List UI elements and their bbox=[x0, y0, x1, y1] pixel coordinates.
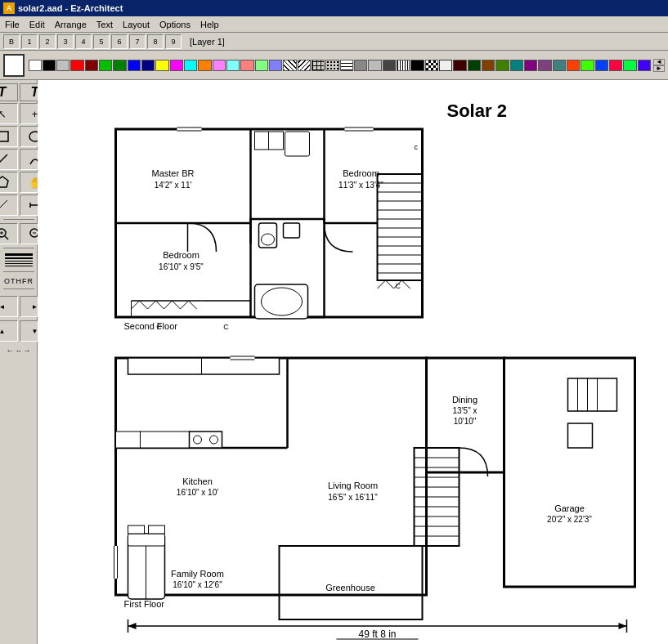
svg-rect-57 bbox=[285, 132, 310, 156]
color-chartreuse[interactable] bbox=[581, 60, 594, 71]
color-pink[interactable] bbox=[240, 60, 253, 71]
color-dark-green[interactable] bbox=[113, 60, 126, 71]
pattern-light[interactable] bbox=[439, 60, 452, 71]
layer-label: [Layer 1] bbox=[190, 37, 225, 47]
menu-file[interactable]: File bbox=[0, 18, 25, 31]
svg-point-45 bbox=[262, 288, 303, 315]
color-light-cyan[interactable] bbox=[226, 60, 240, 71]
bedroom-right-label: Bedroom bbox=[343, 168, 379, 178]
toolbar-b[interactable]: B bbox=[3, 34, 20, 49]
bedroom-left-label: Bedroom bbox=[163, 250, 200, 260]
misc-f[interactable]: F bbox=[22, 277, 27, 285]
pattern-hatch[interactable] bbox=[283, 60, 296, 71]
rectangle-tool[interactable] bbox=[0, 126, 18, 147]
menu-layout[interactable]: Layout bbox=[118, 18, 155, 31]
misc-o[interactable]: O bbox=[4, 277, 10, 285]
color-periwinkle[interactable] bbox=[269, 60, 282, 71]
line-weight-4[interactable] bbox=[5, 263, 33, 264]
toolbar-1[interactable]: 1 bbox=[21, 34, 38, 49]
color-forest[interactable] bbox=[468, 60, 481, 71]
color-vermillion[interactable] bbox=[567, 60, 580, 71]
menu-arrange[interactable]: Arrange bbox=[50, 18, 92, 31]
line-tool[interactable] bbox=[0, 149, 18, 170]
line-weight-1[interactable] bbox=[5, 253, 33, 256]
menu-edit[interactable]: Edit bbox=[25, 18, 50, 31]
color-red[interactable] bbox=[70, 60, 83, 71]
scroll-left[interactable]: ◄ bbox=[0, 296, 18, 317]
color-violet[interactable] bbox=[638, 60, 651, 71]
color-mint[interactable] bbox=[623, 60, 636, 71]
pattern-hatch2[interactable] bbox=[298, 60, 311, 71]
misc-r[interactable]: R bbox=[28, 277, 34, 285]
color-green[interactable] bbox=[99, 60, 112, 71]
color-black[interactable] bbox=[43, 60, 56, 71]
toolbar-4[interactable]: 4 bbox=[75, 34, 92, 49]
color-light-green[interactable] bbox=[255, 60, 268, 71]
greenhouse-label: Greenhouse bbox=[325, 583, 375, 593]
color-cyan[interactable] bbox=[184, 60, 197, 71]
toolbar-8[interactable]: 8 bbox=[147, 34, 164, 49]
zoom-in-tool[interactable] bbox=[0, 223, 18, 244]
titlebar: A solar2.aad - Ez-Architect bbox=[0, 0, 668, 16]
palette-right[interactable]: ► bbox=[653, 65, 665, 72]
pattern-vstripe[interactable] bbox=[397, 60, 410, 71]
color-teal[interactable] bbox=[510, 60, 523, 71]
color-mauve[interactable] bbox=[538, 60, 551, 71]
pattern-dgray[interactable] bbox=[383, 60, 396, 71]
color-dark-blue[interactable] bbox=[141, 60, 155, 71]
color-yellow[interactable] bbox=[155, 60, 168, 71]
color-purple[interactable] bbox=[524, 60, 537, 71]
svg-text:c: c bbox=[415, 143, 419, 151]
pattern-dot[interactable] bbox=[325, 60, 338, 71]
pencil-tool[interactable] bbox=[0, 195, 18, 216]
second-floor-label: Second Floor bbox=[124, 321, 178, 331]
select-tool[interactable]: ↖ bbox=[0, 103, 18, 124]
color-slate[interactable] bbox=[553, 60, 566, 71]
toolbar-7[interactable]: 7 bbox=[129, 34, 146, 49]
misc-h[interactable]: H bbox=[16, 277, 22, 285]
color-light-magenta[interactable] bbox=[213, 60, 226, 71]
toolbar-9[interactable]: 9 bbox=[165, 34, 182, 49]
pattern-checker[interactable] bbox=[425, 60, 438, 71]
svg-text:16'10" x 9'5": 16'10" x 9'5" bbox=[159, 262, 204, 271]
color-rose[interactable] bbox=[609, 60, 622, 71]
svg-rect-88 bbox=[149, 525, 165, 534]
pattern-lgray[interactable] bbox=[368, 60, 381, 71]
color-maroon[interactable] bbox=[453, 60, 466, 71]
polygon-tool[interactable] bbox=[0, 172, 18, 193]
pattern-gray[interactable] bbox=[354, 60, 367, 71]
pan-left-arrow[interactable]: ← bbox=[7, 347, 14, 355]
color-dark-red[interactable] bbox=[85, 60, 98, 71]
pattern-cross[interactable] bbox=[312, 60, 325, 71]
toolbar-6[interactable]: 6 bbox=[111, 34, 128, 49]
color-brown[interactable] bbox=[482, 60, 495, 71]
color-orange[interactable] bbox=[198, 60, 211, 71]
text-italic-tool[interactable]: T bbox=[0, 83, 18, 101]
line-weight-2[interactable] bbox=[5, 257, 33, 259]
pattern-solid[interactable] bbox=[410, 60, 424, 71]
canvas-area[interactable]: Solar 2 bbox=[38, 80, 668, 644]
menu-text[interactable]: Text bbox=[92, 18, 118, 31]
line-weight-3[interactable] bbox=[5, 261, 33, 262]
color-cobalt[interactable] bbox=[595, 60, 608, 71]
toolbar-3[interactable]: 3 bbox=[57, 34, 74, 49]
color-magenta[interactable] bbox=[170, 60, 183, 71]
svg-rect-87 bbox=[128, 525, 145, 534]
toolbar: B 1 2 3 4 5 6 7 8 9 [Layer 1] bbox=[0, 33, 668, 51]
color-blue[interactable] bbox=[128, 60, 141, 71]
pattern-stripe[interactable] bbox=[340, 60, 353, 71]
menu-options[interactable]: Options bbox=[155, 18, 195, 31]
pan-right-arrow[interactable]: → bbox=[24, 347, 31, 355]
scroll-up[interactable]: ▲ bbox=[0, 320, 18, 342]
toolbar-2[interactable]: 2 bbox=[39, 34, 56, 49]
toolbar-5[interactable]: 5 bbox=[93, 34, 110, 49]
active-color-swatch[interactable] bbox=[3, 54, 25, 77]
color-white[interactable] bbox=[29, 60, 42, 71]
color-gray[interactable] bbox=[56, 60, 69, 71]
color-olive[interactable] bbox=[495, 60, 509, 71]
misc-t[interactable]: T bbox=[11, 277, 16, 285]
line-weight-5[interactable] bbox=[5, 266, 33, 266]
svg-marker-110 bbox=[619, 623, 627, 629]
menu-help[interactable]: Help bbox=[195, 18, 224, 31]
svg-rect-89 bbox=[568, 378, 617, 411]
